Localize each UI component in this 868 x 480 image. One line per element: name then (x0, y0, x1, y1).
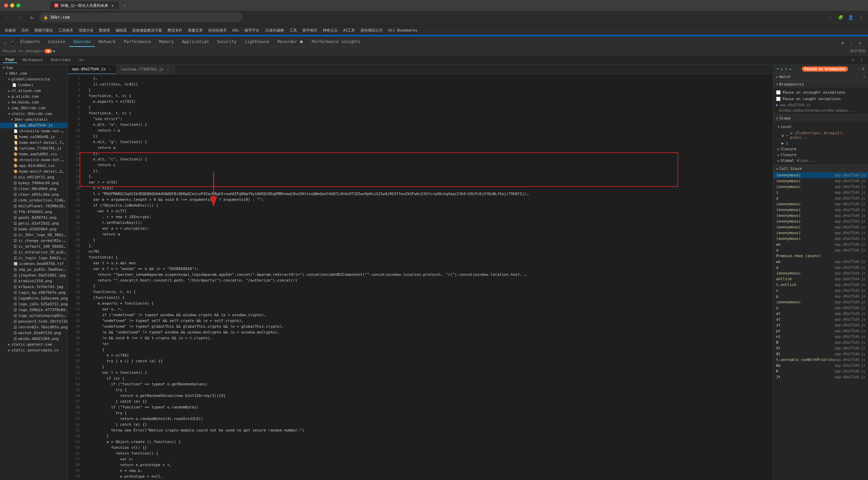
call-stack-item[interactable]: (anonymous) app.d9a275d4.js (773, 178, 868, 184)
breakpoints-section-header[interactable]: ▼ Breakpoints (773, 81, 868, 88)
tree-item-chronicle-hotlist[interactable]: 📄 chronicle-home-hot-list-catal... (0, 128, 67, 134)
tab-memory[interactable]: Memory (155, 37, 178, 47)
call-stack-item[interactable]: (anonymous) app.d9a275d4.js (773, 184, 868, 190)
call-stack-item[interactable]: nt app.d9a275d4.js (773, 334, 868, 340)
tree-item-img-36krcdn[interactable]: ▶ img.36krcdn.com (0, 105, 67, 111)
tab-network[interactable]: Network (95, 37, 120, 47)
tab-security[interactable]: Security (213, 37, 241, 47)
call-stack-item[interactable]: a app.d9a275d4.js (773, 195, 868, 201)
debugger-step-out[interactable]: ↑ (785, 66, 787, 72)
watch-section-header[interactable]: ▶ Watch + (773, 73, 868, 80)
tree-item-ic36kr[interactable]: 🖼 ic_36kr_logo_68_38b2x.187cd92... (0, 232, 67, 238)
tree-item-ic-change[interactable]: 🖼 ic_change_normal82x.4544b8bd... (0, 238, 67, 244)
call-stack-item[interactable]: i app.d9a275d4.js (773, 190, 868, 195)
tree-item-ic-default[interactable]: 🖼 ic_default_100_56b82x.ec858a2a... (0, 244, 67, 249)
bookmark-item[interactable]: 数据库 (97, 27, 112, 34)
bookmark-item[interactable]: 神奇云台 (321, 27, 340, 34)
call-stack-item[interactable]: (anonymous) app.d9a275d4.js (773, 218, 868, 224)
tree-item-gaodi[interactable]: 🖼 gaodi.8d98741.png (0, 215, 67, 220)
new-snippet-icon[interactable]: + (849, 56, 856, 64)
tab-console[interactable]: Console (44, 37, 70, 47)
pause-caught-checkbox[interactable]: Pause on caught exceptions (773, 96, 868, 102)
tab-perf-insights[interactable]: Performance insights (308, 37, 365, 47)
subtab-page[interactable]: Page (3, 57, 17, 63)
scope-local-header[interactable]: ▼ Local (773, 123, 868, 130)
bookmark-item[interactable]: 百科 (19, 27, 31, 34)
refresh-button[interactable]: ↻ (27, 13, 37, 22)
bookmark-item[interactable]: 资源大全 (77, 27, 96, 34)
menu-icon[interactable]: ⋮ (856, 13, 865, 22)
devtools-inspect-icon[interactable]: ⬚ (1, 39, 9, 47)
code-tab-runtime-js-close[interactable]: ✕ (165, 67, 170, 72)
active-tab[interactable]: 36 36氪_让一部分人先看到未来 ✕ (50, 1, 119, 9)
call-stack-item[interactable]: s app.d9a275d4.js (773, 288, 868, 293)
tree-item-clear-png[interactable]: 🖼 clear.60cd9b8.png (0, 186, 67, 192)
subtab-workspace[interactable]: Workspace (20, 57, 46, 63)
call-stack-item[interactable]: t.unstable_runWithPriority app.d9a275d4.… (773, 357, 868, 363)
call-stack-item[interactable]: we app.d9a275d4.js (773, 242, 868, 247)
tree-item-static-geetest[interactable]: ▶ static.geetest.com (0, 342, 67, 347)
pause-caught-input[interactable] (776, 97, 781, 101)
tree-item-home-motif[interactable]: 📜 home-motif-detail.74690253.js (0, 140, 67, 146)
tree-item-36kr-web-static[interactable]: ▼ 36kr-web/static (0, 117, 67, 122)
tree-item-wechat[interactable]: 🖼 wechat.82e8f134.png (0, 330, 67, 336)
tree-item-app-js[interactable]: 📜 app.d9a275d4.js (0, 122, 67, 128)
sources-more-icon[interactable]: ⋮ (858, 56, 865, 64)
tree-item-getui[interactable]: 🖼 getui.d2af25d2.png (0, 220, 67, 226)
tree-item-static-36krcdn[interactable]: ▼ static.36krcdn.com (0, 111, 67, 117)
tree-item-hm-baidu[interactable]: ▶ hm.baidu.com (0, 99, 67, 105)
tab-recorder[interactable]: Recorder ⏺ (273, 37, 308, 47)
tree-item-static-sensorsdata[interactable]: ▶ static.sensorsdata.cn (0, 347, 67, 353)
call-stack-item[interactable]: (anonymous) app.d9a275d4.js (773, 201, 868, 207)
call-stack-header[interactable]: ▼ Call Stack (773, 165, 868, 172)
call-stack-item[interactable]: pt app.d9a275d4.js (773, 328, 868, 334)
call-stack-item[interactable]: p app.d9a275d4.js (773, 293, 868, 299)
tree-item-daily[interactable]: 🖼 dailyPlanet.78300e10.png (0, 203, 67, 209)
tree-item-ct[interactable]: ▶ ct.aliyun.com (0, 88, 67, 94)
devtools-device-icon[interactable]: 📱 (9, 39, 16, 47)
pause-uncaught-checkbox[interactable]: Pause on uncaught exceptions (773, 89, 868, 96)
code-content-area[interactable]: 1234567891011121314151617181920212223242… (68, 74, 773, 480)
call-stack-item[interactable]: (anonymous) app.d9a275d4.js (773, 213, 868, 218)
tree-item-krspace[interactable]: 🖼 krSpace.7efbe7d3.jpg (0, 284, 67, 290)
subtab-content-scripts[interactable]: >> (77, 57, 86, 63)
tree-item-home-css[interactable]: 🎨 home.aae5d892.css (0, 151, 67, 157)
code-area[interactable]: }, }).call(this, n(42)) } function(e, t,… (81, 74, 773, 480)
bookmark-item[interactable]: 辅导平台 (242, 27, 261, 34)
call-stack-item[interactable]: Promise.then (async) (773, 253, 868, 259)
call-stack-item[interactable]: R app.d9a275d4.js (773, 368, 868, 374)
new-tab-button[interactable]: + (120, 1, 129, 9)
tab-application[interactable]: Application (178, 37, 213, 47)
call-stack-item[interactable]: Qt app.d9a275d4.js (773, 351, 868, 357)
tab-elements[interactable]: Elements (16, 37, 44, 47)
debugger-pause-exceptions[interactable]: ⏸ (861, 66, 865, 71)
tree-item-logo-xx[interactable]: 🖼 logo_XX0b2x.477378e8d.png (0, 307, 67, 313)
call-stack-item[interactable]: (anonymous) app.d9a275d4.js (773, 207, 868, 213)
tree-item-icomoon[interactable]: 🔤 icomoon.bea08756.ttf (0, 261, 67, 267)
tree-item-jingzhan[interactable]: 🖼 jingzhan.9a251882.jpg (0, 272, 67, 278)
call-stack-item[interactable]: B app.d9a275d4.js (773, 340, 868, 345)
call-stack-item[interactable]: (anonymous) app.d9a275d4.js (773, 224, 868, 230)
call-stack-item[interactable]: at app.d9a275d4.js (773, 311, 868, 316)
scope-item-a[interactable]: a = w {TryEntries: Array(1), previ... (773, 130, 868, 140)
forward-button[interactable]: → (15, 13, 24, 22)
bookmark-item[interactable]: 自媒体 (3, 27, 18, 34)
profile-icon[interactable]: 👤 (846, 13, 855, 22)
watch-add-icon[interactable]: + (863, 75, 865, 79)
maximize-button[interactable] (16, 3, 20, 7)
call-stack-item[interactable]: (anonymous) app.d9a275d4.js (773, 172, 868, 178)
devtools-settings-icon[interactable]: ⚙ (839, 39, 846, 47)
tree-item-img-pc[interactable]: 🖼 img_pc_py83x.7be05ac0.png (0, 267, 67, 272)
tree-item-ffm[interactable]: 🖼 ffm.4f4db92.png (0, 209, 67, 215)
tree-item-ic-enterprise[interactable]: 🖼 ic_enterprise_20_pc82x.020e90ef (0, 249, 67, 255)
bookmark-item[interactable]: 视频可视化 (32, 27, 55, 34)
tree-item-runtime[interactable]: 📜 runtime.77305701.js (0, 146, 67, 151)
scope-global[interactable]: ▶ Global Windo... (773, 158, 868, 164)
call-stack-item[interactable]: onClick app.d9a275d4.js (773, 276, 868, 282)
devtools-more-icon[interactable]: ⋮ (848, 39, 855, 47)
code-tab-runtime-js[interactable]: runtime.77305701.js ✕ (117, 65, 175, 74)
call-stack-item[interactable]: y app.d9a275d4.js (773, 305, 868, 311)
tree-item-top[interactable]: ▼ top (0, 65, 67, 71)
bookmark-item[interactable]: All Bookmarks (386, 27, 419, 33)
call-stack-item[interactable]: (anonymous) app.d9a275d4.js (773, 230, 868, 236)
